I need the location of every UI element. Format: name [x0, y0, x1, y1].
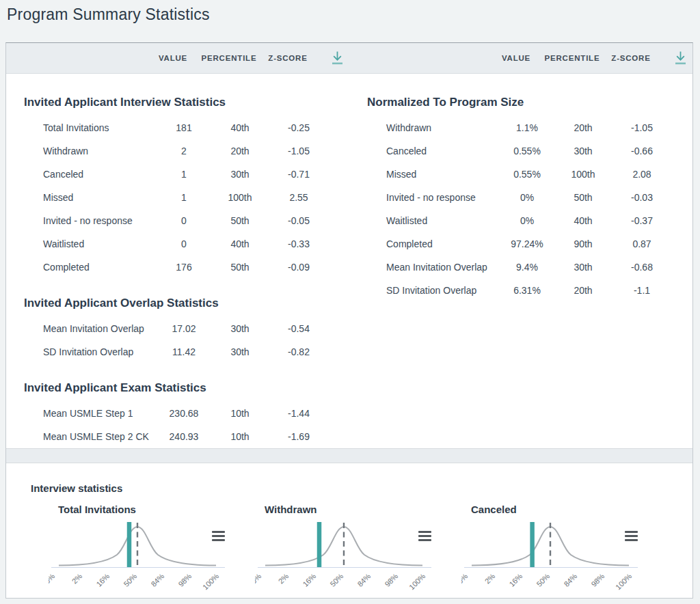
- stat-label: Mean USMLE Step 2 CK: [6, 431, 157, 442]
- stat-label: Withdrawn: [349, 122, 500, 133]
- download-icon: [673, 50, 688, 66]
- chart-title: Withdrawn: [265, 504, 461, 515]
- axis-tick-label: 50%: [122, 572, 138, 588]
- stat-value: 0: [157, 215, 211, 226]
- stat-percentile: 30th: [554, 146, 612, 156]
- charts-section: Interview statistics Total Invitations0%…: [6, 463, 692, 593]
- stat-row: Missed1100th2.55: [6, 186, 349, 209]
- axis-tick-label: 100%: [201, 572, 221, 592]
- stat-row: Completed97.24%90th0.87: [349, 232, 692, 256]
- percentile-marker-bar: [530, 522, 535, 567]
- axis-tick-label: 98%: [589, 572, 606, 588]
- stat-label: Missed: [6, 192, 157, 203]
- stat-value: 1: [157, 192, 211, 203]
- axis-tick-label: 0%: [255, 572, 263, 586]
- hamburger-icon-bar: [625, 539, 638, 541]
- stat-value: 181: [157, 122, 211, 133]
- stat-zscore: -0.37: [612, 215, 672, 226]
- stat-percentile: 90th: [554, 238, 612, 249]
- stat-label: SD Invitation Overlap: [349, 285, 500, 296]
- chart-title: Canceled: [471, 504, 668, 515]
- stat-label: Invited - no response: [349, 192, 500, 203]
- axis-tick-label: 0%: [49, 572, 57, 586]
- table-header-row: VALUE PERCENTILE Z-SCORE VALUE PERCENTIL…: [6, 43, 692, 74]
- column-header-percentile: PERCENTILE: [543, 54, 601, 62]
- stat-value: 11.42: [157, 346, 211, 357]
- stat-label: Withdrawn: [6, 146, 157, 156]
- download-button[interactable]: [329, 49, 345, 67]
- stat-label: Mean Invitation Overlap: [6, 323, 157, 334]
- stat-label: SD Invitation Overlap: [6, 346, 157, 357]
- axis-tick-label: 16%: [301, 572, 317, 588]
- stat-zscore: -0.68: [612, 262, 672, 273]
- stat-zscore: 2.55: [269, 192, 329, 203]
- column-header-percentile: PERCENTILE: [200, 54, 258, 62]
- stat-value: 9.4%: [500, 262, 554, 273]
- stat-row: Completed17650th-0.09: [6, 256, 349, 279]
- stat-percentile: 20th: [554, 285, 612, 296]
- stat-row: SD Invitation Overlap11.4230th-0.82: [6, 340, 349, 363]
- stat-zscore: -1.69: [269, 431, 329, 442]
- stat-row: Mean USMLE Step 1230.6810th-1.44: [6, 402, 349, 425]
- stat-value: 0%: [500, 215, 554, 226]
- stat-value: 1: [157, 169, 211, 180]
- axis-tick-label: 16%: [507, 572, 524, 588]
- hamburger-icon-bar: [418, 535, 431, 537]
- section-heading: Normalized To Program Size: [367, 96, 692, 109]
- stat-row: Canceled0.55%30th-0.66: [349, 139, 692, 163]
- stat-zscore: -0.05: [269, 215, 329, 226]
- stat-value: 0.55%: [500, 146, 554, 156]
- stat-value: 97.24%: [500, 238, 554, 249]
- stat-row: Mean USMLE Step 2 CK240.9310th-1.69: [6, 425, 349, 448]
- download-button[interactable]: [672, 49, 688, 67]
- chart-context-menu-button[interactable]: [418, 531, 431, 541]
- charts-row: Total Invitations0%2%16%50%84%98%100%Wit…: [49, 504, 692, 593]
- column-header-value: VALUE: [489, 54, 543, 62]
- stat-row: Invited - no response0%50th-0.03: [349, 186, 692, 209]
- chart-context-menu-button[interactable]: [625, 531, 638, 541]
- stat-percentile: 50th: [211, 215, 269, 226]
- stat-percentile: 30th: [554, 262, 612, 273]
- section-heading: Invited Applicant Interview Statistics: [24, 96, 349, 109]
- stat-row: Withdrawn1.1%20th-1.05: [349, 116, 692, 139]
- stat-zscore: 0.87: [612, 238, 672, 249]
- axis-tick-label: 2%: [483, 572, 497, 586]
- stat-row: Missed0.55%100th2.08: [349, 163, 692, 186]
- bell-curve-plot: 0%2%16%50%84%98%100%: [461, 518, 667, 593]
- stat-value: 2: [157, 146, 211, 156]
- distribution-chart: Canceled0%2%16%50%84%98%100%: [461, 504, 668, 593]
- stat-percentile: 30th: [211, 323, 269, 334]
- stat-value: 1.1%: [500, 122, 554, 133]
- stat-value: 240.93: [157, 431, 211, 442]
- stat-label: Mean USMLE Step 1: [6, 408, 157, 419]
- bell-curve-plot: 0%2%16%50%84%98%100%: [49, 518, 254, 593]
- stat-row: Invited - no response050th-0.05: [6, 209, 349, 232]
- stat-value: 230.68: [157, 408, 211, 419]
- stat-value: 6.31%: [500, 285, 554, 296]
- table-header-left: VALUE PERCENTILE Z-SCORE: [6, 43, 349, 73]
- column-header-zscore: Z-SCORE: [258, 54, 318, 62]
- axis-tick-label: 84%: [562, 572, 578, 588]
- section-divider: [6, 448, 692, 463]
- stat-label: Total Invitations: [6, 122, 157, 133]
- stat-row: Mean Invitation Overlap17.0230th-0.54: [6, 317, 349, 340]
- stat-row: SD Invitation Overlap6.31%20th-1.1: [349, 279, 692, 302]
- stat-value: 176: [157, 262, 211, 273]
- hamburger-icon-bar: [212, 535, 225, 537]
- axis-tick-label: 50%: [328, 572, 345, 588]
- chart-context-menu-button[interactable]: [212, 531, 225, 541]
- stat-zscore: -1.1: [612, 285, 672, 296]
- stat-zscore: -0.09: [269, 262, 329, 273]
- stat-row: Waitlisted040th-0.33: [6, 232, 349, 256]
- stat-zscore: -1.05: [269, 146, 329, 156]
- hamburger-icon-bar: [212, 531, 225, 533]
- stat-row: Mean Invitation Overlap9.4%30th-0.68: [349, 256, 692, 279]
- axis-tick-label: 98%: [176, 572, 193, 588]
- stat-label: Completed: [6, 262, 157, 273]
- charts-section-title: Interview statistics: [31, 482, 692, 494]
- stat-zscore: -0.54: [269, 323, 329, 334]
- percentile-marker-bar: [317, 522, 322, 567]
- stat-zscore: -0.66: [612, 146, 672, 156]
- column-header-zscore: Z-SCORE: [601, 54, 661, 62]
- stat-label: Canceled: [6, 169, 157, 180]
